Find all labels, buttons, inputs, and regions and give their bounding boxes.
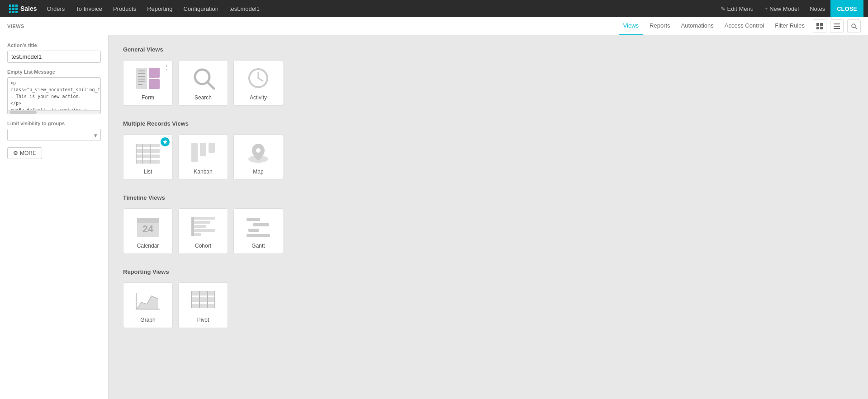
svg-rect-44: [247, 218, 260, 221]
main-layout: Action's title Empty List Message <p cla…: [0, 35, 868, 399]
svg-rect-26: [136, 160, 160, 164]
svg-rect-30: [191, 143, 198, 162]
action-title-label: Action's title: [7, 42, 101, 48]
svg-text:24: 24: [142, 223, 154, 235]
activity-card[interactable]: Activity: [233, 60, 283, 106]
calendar-icon: 24: [132, 214, 164, 239]
search-icon: [187, 66, 219, 91]
cohort-card[interactable]: Cohort: [178, 208, 228, 254]
app-name: Sales: [20, 5, 37, 12]
pivot-card[interactable]: Pivot: [178, 282, 228, 328]
svg-rect-14: [138, 76, 145, 77]
form-card-menu[interactable]: ⋮: [163, 63, 170, 70]
sub-nav-links: Views Reports Automations Access Control…: [619, 17, 861, 35]
svg-rect-24: [136, 149, 160, 153]
view-toggle-list[interactable]: [830, 19, 844, 33]
svg-rect-45: [253, 223, 269, 226]
nav-products[interactable]: Products: [108, 0, 142, 17]
grid-icon: [9, 5, 18, 13]
app-logo[interactable]: Sales: [5, 5, 42, 13]
svg-rect-13: [138, 73, 145, 74]
subnav-reports[interactable]: Reports: [645, 17, 675, 35]
list-card-label: List: [127, 169, 169, 175]
svg-rect-31: [200, 143, 206, 156]
gantt-card-label: Gantt: [237, 243, 279, 249]
empty-list-textarea[interactable]: <p class="o_view_nocontent_smiling_face"…: [8, 78, 100, 110]
close-button[interactable]: CLOSE: [830, 0, 863, 17]
svg-rect-43: [191, 217, 194, 236]
map-card[interactable]: Map: [233, 134, 283, 180]
map-card-label: Map: [237, 169, 279, 175]
svg-line-8: [855, 27, 857, 29]
svg-rect-0: [816, 23, 819, 26]
svg-rect-53: [191, 304, 215, 308]
top-nav-right: ✎ Edit Menu + New Model Notes CLOSE: [715, 0, 863, 17]
main-content: General Views ⋮: [109, 35, 868, 399]
svg-point-34: [256, 148, 261, 153]
general-views-cards: ⋮ Form Search: [123, 60, 854, 106]
list-card[interactable]: ⋮ List: [123, 134, 173, 180]
pivot-icon: [187, 288, 219, 313]
search-button[interactable]: [847, 19, 861, 33]
svg-rect-16: [138, 81, 145, 82]
svg-rect-46: [248, 229, 259, 232]
svg-rect-15: [138, 79, 145, 80]
svg-rect-51: [191, 291, 215, 296]
svg-rect-11: [149, 79, 160, 89]
subnav-filter-rules[interactable]: Filter Rules: [770, 17, 809, 35]
svg-rect-3: [820, 27, 823, 29]
subnav-views[interactable]: Views: [619, 17, 643, 35]
nav-configuration[interactable]: Configuration: [178, 0, 224, 17]
gantt-icon: [242, 214, 274, 239]
cohort-card-label: Cohort: [182, 243, 224, 249]
nav-to-invoice[interactable]: To Invoice: [70, 0, 108, 17]
svg-rect-25: [136, 155, 160, 158]
subnav-access-control[interactable]: Access Control: [720, 17, 768, 35]
list-icon: [132, 140, 164, 165]
nav-orders[interactable]: Orders: [42, 0, 71, 17]
kanban-icon: [187, 140, 219, 165]
view-toggle-form[interactable]: [813, 19, 826, 33]
nav-test-model[interactable]: test.model1: [224, 0, 265, 17]
svg-rect-41: [191, 229, 215, 232]
svg-line-22: [258, 78, 263, 81]
edit-menu-button[interactable]: ✎ Edit Menu: [715, 0, 759, 17]
timeline-views-cards: 24 Calendar Cohort: [123, 208, 854, 254]
svg-rect-23: [136, 144, 160, 147]
svg-point-7: [852, 24, 855, 28]
graph-card[interactable]: Graph: [123, 282, 173, 328]
gantt-card[interactable]: Gantt: [233, 208, 283, 254]
limit-visibility-select[interactable]: [7, 129, 101, 141]
svg-rect-4: [834, 23, 840, 24]
multiple-records-cards: ⋮ List Kanban: [123, 134, 854, 180]
calendar-card[interactable]: 24 Calendar: [123, 208, 173, 254]
subnav-automations[interactable]: Automations: [677, 17, 718, 35]
more-button[interactable]: ⚙ MORE: [7, 147, 42, 159]
list-card-menu[interactable]: ⋮: [163, 137, 170, 145]
more-button-label: MORE: [20, 150, 36, 156]
section-label: VIEWS: [7, 23, 619, 29]
cohort-icon: [187, 214, 219, 239]
notes-button[interactable]: Notes: [804, 0, 830, 17]
reporting-views-cards: Graph Pivot: [123, 282, 854, 328]
form-icon: [132, 66, 164, 91]
svg-rect-1: [820, 23, 823, 26]
activity-icon: [242, 66, 274, 91]
timeline-views-title: Timeline Views: [123, 194, 854, 201]
new-model-button[interactable]: + New Model: [759, 0, 804, 17]
svg-rect-17: [138, 84, 142, 85]
search-card-label: Search: [182, 94, 224, 101]
nav-reporting[interactable]: Reporting: [142, 0, 178, 17]
form-card-label: Form: [127, 94, 169, 101]
svg-rect-10: [149, 68, 160, 78]
kanban-card[interactable]: Kanban: [178, 134, 228, 180]
svg-line-19: [208, 82, 214, 89]
action-title-input[interactable]: [7, 51, 101, 63]
form-card[interactable]: ⋮ Form: [123, 60, 173, 106]
limit-visibility-label: Limit visibility to groups: [7, 121, 101, 126]
textarea-hscroll[interactable]: [8, 110, 100, 114]
search-card[interactable]: Search: [178, 60, 228, 106]
svg-rect-2: [816, 27, 819, 29]
calendar-card-label: Calendar: [127, 243, 169, 249]
general-views-title: General Views: [123, 46, 854, 53]
